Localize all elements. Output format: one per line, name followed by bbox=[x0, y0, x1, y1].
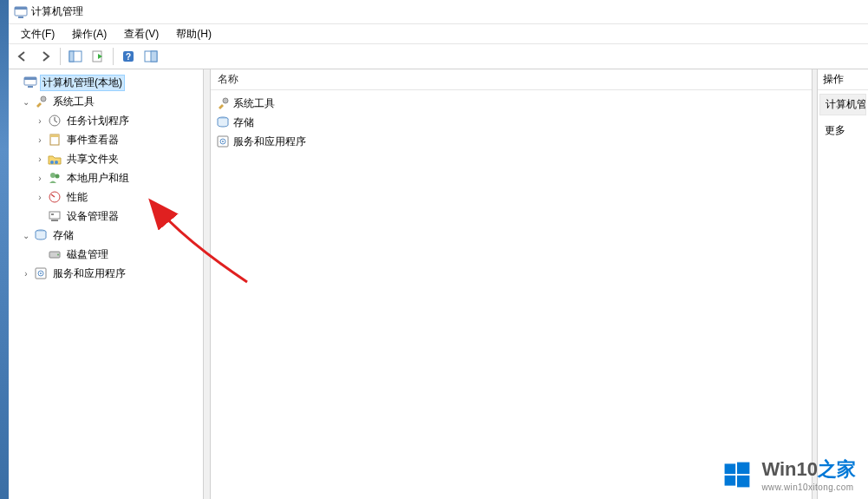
svg-rect-22 bbox=[49, 212, 60, 219]
expander-open-icon[interactable]: ⌄ bbox=[21, 231, 31, 240]
svg-rect-1 bbox=[15, 7, 27, 10]
list-body: 系统工具 存储 服务和应用程序 bbox=[211, 90, 812, 154]
tree-root[interactable]: 计算机管理(本地) bbox=[9, 73, 203, 92]
svg-rect-4 bbox=[69, 51, 74, 62]
shared-folder-icon bbox=[48, 152, 62, 166]
svg-rect-2 bbox=[18, 16, 23, 18]
svg-rect-24 bbox=[51, 220, 58, 221]
svg-rect-11 bbox=[24, 77, 36, 80]
tree-pane[interactable]: 计算机管理(本地) ⌄ 系统工具 › 任务计划程序 › bbox=[9, 69, 204, 499]
actions-body: 计算机管 更多 bbox=[818, 90, 868, 144]
event-log-icon bbox=[48, 133, 62, 147]
svg-rect-16 bbox=[50, 135, 59, 137]
actions-more[interactable]: 更多 bbox=[819, 121, 866, 141]
tools-icon bbox=[34, 95, 48, 108]
tree-label: 性能 bbox=[64, 189, 90, 206]
titlebar: 计算机管理 bbox=[9, 0, 868, 24]
svg-rect-23 bbox=[51, 213, 54, 215]
tree-label: 服务和应用程序 bbox=[50, 266, 128, 282]
watermark-suffix: 之家 bbox=[818, 458, 856, 480]
tree-device-manager[interactable]: 设备管理器 bbox=[9, 207, 203, 226]
help-button[interactable]: ? bbox=[118, 46, 139, 67]
export-button[interactable] bbox=[88, 46, 108, 67]
desktop-edge bbox=[0, 0, 9, 499]
svg-rect-36 bbox=[725, 463, 736, 474]
svg-point-13 bbox=[41, 96, 46, 102]
svg-rect-38 bbox=[725, 475, 736, 485]
expander-closed-icon[interactable]: › bbox=[35, 174, 45, 183]
storage-icon bbox=[34, 228, 48, 242]
watermark-brand: Win10 bbox=[761, 458, 818, 480]
tree-label: 磁盘管理 bbox=[64, 246, 111, 263]
list-item-label: 系统工具 bbox=[233, 96, 275, 111]
tree-label: 共享文件夹 bbox=[64, 151, 121, 167]
properties-button[interactable] bbox=[140, 46, 161, 67]
toolbar: ? bbox=[9, 43, 868, 69]
tree-services-apps[interactable]: › 服务和应用程序 bbox=[9, 264, 203, 283]
svg-point-35 bbox=[222, 141, 224, 142]
tree-local-users-groups[interactable]: › 本地用户和组 bbox=[9, 168, 203, 187]
tree-event-viewer[interactable]: › 事件查看器 bbox=[9, 130, 203, 149]
tree-shared-folders[interactable]: › 共享文件夹 bbox=[9, 149, 203, 168]
list-item[interactable]: 存储 bbox=[212, 113, 810, 132]
menu-help[interactable]: 帮助(H) bbox=[167, 25, 220, 43]
menu-view[interactable]: 查看(V) bbox=[115, 25, 167, 43]
splitter[interactable] bbox=[204, 69, 211, 499]
computer-icon bbox=[23, 76, 37, 89]
expander-closed-icon[interactable]: › bbox=[35, 154, 45, 164]
menubar: 文件(F) 操作(A) 查看(V) 帮助(H) bbox=[9, 24, 868, 43]
expander-closed-icon[interactable]: › bbox=[35, 135, 45, 145]
actions-heading[interactable]: 计算机管 bbox=[819, 94, 866, 115]
menu-file[interactable]: 文件(F) bbox=[12, 25, 63, 43]
tree-label: 本地用户和组 bbox=[64, 170, 132, 187]
device-icon bbox=[48, 209, 62, 223]
computer-management-window: 计算机管理 文件(F) 操作(A) 查看(V) 帮助(H) ? bbox=[9, 0, 868, 499]
show-hide-tree-button[interactable] bbox=[65, 46, 86, 67]
expander-closed-icon[interactable]: › bbox=[35, 116, 45, 126]
svg-point-31 bbox=[223, 98, 228, 103]
tree-label: 任务计划程序 bbox=[64, 113, 132, 129]
windows-logo-icon bbox=[721, 459, 753, 490]
svg-rect-39 bbox=[737, 475, 749, 487]
tree-label: 系统工具 bbox=[50, 94, 97, 110]
tree-label: 设备管理器 bbox=[64, 208, 121, 225]
list-column-name[interactable]: 名称 bbox=[211, 69, 812, 90]
tree-performance[interactable]: › 性能 bbox=[9, 187, 203, 207]
back-button[interactable] bbox=[12, 46, 33, 67]
list-item-label: 服务和应用程序 bbox=[233, 135, 306, 149]
list-item[interactable]: 系统工具 bbox=[212, 94, 810, 113]
svg-rect-9 bbox=[151, 51, 157, 62]
svg-point-18 bbox=[55, 161, 58, 164]
users-icon bbox=[48, 171, 62, 185]
svg-rect-37 bbox=[737, 462, 749, 474]
tree-system-tools[interactable]: ⌄ 系统工具 bbox=[9, 92, 203, 111]
menu-action[interactable]: 操作(A) bbox=[63, 25, 115, 43]
clock-icon bbox=[48, 114, 62, 128]
expander-closed-icon[interactable]: › bbox=[35, 193, 45, 202]
app-icon bbox=[14, 5, 28, 19]
tools-icon bbox=[216, 96, 230, 110]
watermark-text: Win10之家 www.win10xitong.com bbox=[761, 456, 856, 492]
actions-pane: 操作 计算机管 更多 bbox=[818, 69, 868, 499]
list-item[interactable]: 服务和应用程序 bbox=[212, 132, 810, 151]
tree-disk-management[interactable]: 磁盘管理 bbox=[9, 245, 203, 264]
content-area: 计算机管理(本地) ⌄ 系统工具 › 任务计划程序 › bbox=[9, 69, 868, 499]
svg-point-17 bbox=[50, 161, 54, 164]
svg-rect-12 bbox=[28, 86, 33, 88]
tree-task-scheduler[interactable]: › 任务计划程序 bbox=[9, 111, 203, 130]
expander-open-icon[interactable]: ⌄ bbox=[21, 97, 31, 107]
tree-label: 事件查看器 bbox=[64, 132, 121, 148]
forward-button[interactable] bbox=[35, 46, 55, 67]
watermark-url: www.win10xitong.com bbox=[761, 483, 856, 492]
svg-point-20 bbox=[55, 174, 60, 179]
list-pane: 名称 系统工具 存储 服务 bbox=[211, 69, 813, 499]
disk-icon bbox=[48, 247, 62, 261]
tree-storage[interactable]: ⌄ 存储 bbox=[9, 226, 203, 245]
expander-closed-icon[interactable]: › bbox=[21, 269, 31, 279]
storage-icon bbox=[216, 115, 230, 129]
list-item-label: 存储 bbox=[233, 115, 254, 130]
svg-point-19 bbox=[50, 173, 55, 178]
tree-label: 存储 bbox=[50, 227, 76, 244]
svg-point-27 bbox=[57, 254, 59, 256]
svg-text:?: ? bbox=[126, 52, 131, 62]
